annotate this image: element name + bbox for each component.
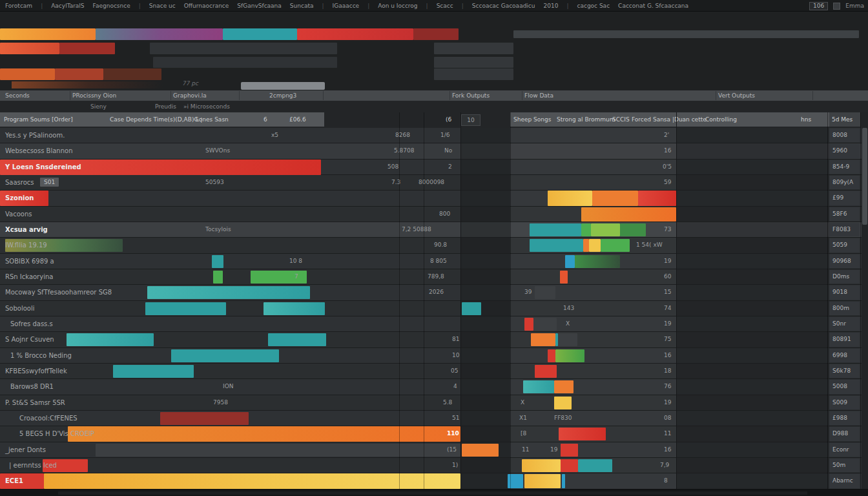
table-row[interactable]: Croacool:CfFENES51X1FF83008£988 (0, 411, 868, 426)
cell-value: SWVOns (205, 143, 230, 158)
table-row[interactable]: Vacoons80058F6 (0, 207, 868, 222)
far-value-cell: 6998 (829, 349, 860, 362)
column-divider (460, 112, 461, 489)
bar-segment (578, 459, 612, 472)
cell-value: 11 (522, 442, 529, 457)
cell-value: 76 (664, 379, 671, 394)
far-value-cell: 800m (829, 302, 860, 315)
table-row[interactable]: Yes.s y PSalinoom.x582681/62'8008 (0, 128, 868, 143)
table-row[interactable]: S Aojnr Csuven817580891 (0, 332, 868, 347)
row-label: KFBESswyfoffTellek (5, 364, 67, 378)
row-label: 1 % Brocco Neding (10, 348, 72, 363)
bar-segment (560, 271, 568, 284)
cell-value: 4 (453, 379, 457, 394)
cell-value: 8 805 (430, 254, 447, 269)
row-label: Barows8 DR1 (10, 379, 54, 394)
bar-segment (264, 302, 325, 315)
scrollbar-thumb[interactable] (862, 128, 867, 225)
column-gap (676, 364, 829, 378)
column-gap (676, 285, 829, 300)
table-row[interactable]: SOBIBX 6989 a10 88 8051990968 (0, 254, 868, 269)
table-row[interactable]: | eernntss Iced1)7,950m (0, 458, 868, 473)
bar-segment (67, 333, 154, 346)
column-gap (460, 175, 510, 190)
cell-value: X (566, 316, 570, 331)
far-value-cell: £99 (829, 191, 860, 205)
column-gap (676, 426, 829, 441)
bar-track (510, 175, 677, 190)
bar-track (510, 143, 677, 158)
table-row[interactable]: SaasrocsS01505937.3800009859809y(A (0, 175, 868, 191)
far-value-cell: 5960 (829, 144, 860, 158)
cell-value: 789,8 (428, 269, 444, 284)
table-row[interactable]: RSn Ickaoryina7789,860D0ms (0, 269, 868, 285)
cell-value: 2 (448, 160, 452, 174)
table-row[interactable]: KFBESswyfoffTellek0518S6k78 (0, 364, 868, 379)
data-table: Yes.s y PSalinoom.x582681/62'8008Websecs… (0, 0, 868, 496)
table-row[interactable]: _jener Donts(15111916Econr (0, 442, 868, 458)
column-gap (676, 238, 829, 253)
cell-value: 8 (664, 473, 668, 488)
cell-value: 19 (664, 395, 671, 410)
row-label: Saasrocs (5, 175, 34, 190)
bar-track (510, 395, 677, 410)
vertical-scrollbar[interactable] (862, 112, 868, 489)
row-label: Croacool:CfFENES (19, 411, 78, 426)
row-label: Sofres dass.s (10, 316, 53, 331)
row-label: Xcsua arvig (5, 222, 48, 237)
table-row[interactable]: Szonion£99 (0, 191, 868, 206)
table-row[interactable]: IW.fllia 19.1990.81 54( xW5059 (0, 238, 868, 253)
far-value-cell: 5008 (829, 380, 860, 393)
bar-track (510, 442, 677, 457)
cell-value: 18 (664, 364, 671, 378)
cell-value: 5.8 (443, 395, 452, 410)
table-row[interactable]: Barows8 DR1ION4765008 (0, 379, 868, 395)
cell-value: 16 (664, 348, 671, 363)
cell-value: 2026 (429, 285, 444, 300)
column-gap (676, 458, 829, 473)
table-row[interactable]: Websecsoss BlannonSWVOns5.8708No165960 (0, 143, 868, 159)
bar-segment (638, 191, 676, 206)
row-label: Yes.s y PSalinoom. (5, 128, 65, 143)
column-gap (676, 222, 829, 237)
bar-segment (523, 380, 554, 393)
bar-segment (581, 223, 591, 236)
far-value-cell: S009 (829, 396, 860, 409)
cell-value: 10 8 (289, 254, 302, 269)
column-gap (676, 128, 829, 143)
bar-track (510, 160, 677, 174)
cell-value: 15 (664, 285, 671, 300)
row-label: Mocoway SfTfesaoohamreor SG8 (5, 285, 112, 300)
table-row[interactable]: Mocoway SfTfesaoohamreor SG8202639159018 (0, 285, 868, 300)
cell-value: FF830 (554, 411, 572, 426)
table-row[interactable]: Y Loesn Snsdereined50820'5854-9 (0, 160, 868, 175)
column-gap (676, 254, 829, 269)
cell-value: 19 (664, 316, 671, 331)
column-gap (676, 473, 829, 488)
cell-value: ION (223, 379, 233, 394)
bar-segment (171, 349, 279, 362)
table-row[interactable]: Sobolooli14374800m (0, 301, 868, 316)
table-row[interactable]: Sofres dass.sX19S0nr (0, 316, 868, 332)
cell-value: Tocsylois (205, 222, 231, 237)
table-row[interactable]: P. St&S Samsr 5SR79585.8X19S009 (0, 395, 868, 411)
table-row[interactable]: Xcsua arvigTocsylois7,2 5088873F8083 (0, 222, 868, 238)
column-divider (424, 112, 424, 489)
table-row[interactable]: 5 BEGS H D'Vis CROElP110[811D988 (0, 426, 868, 442)
bar-segment (147, 286, 310, 299)
table-row[interactable]: ECE18Abarnc (0, 473, 868, 489)
bar-segment (559, 428, 606, 440)
row-badge: S01 (40, 178, 59, 187)
far-value-cell: 809y(A (829, 176, 860, 189)
column-gap (676, 269, 829, 284)
column-gap (676, 301, 829, 316)
bar-segment (44, 473, 460, 489)
far-value-cell: £988 (829, 411, 860, 425)
table-row[interactable]: 1 % Brocco Neding10166998 (0, 348, 868, 364)
cell-value: 8268 (395, 128, 410, 143)
column-gap (676, 332, 829, 347)
column-gap (676, 348, 829, 363)
bar-segment (96, 444, 460, 457)
far-value-cell: Econr (829, 443, 860, 457)
column-gap (460, 143, 510, 158)
